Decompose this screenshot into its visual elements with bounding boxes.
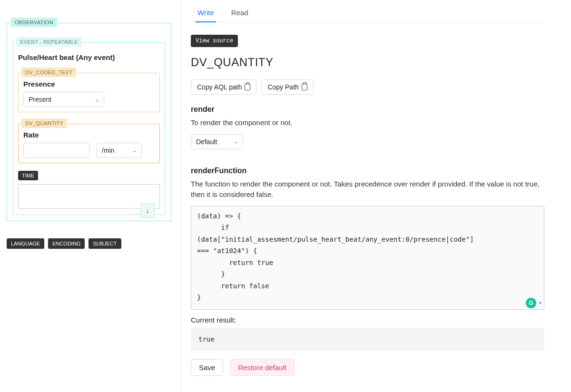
presence-select[interactable]: Present ⌄: [23, 92, 104, 107]
clipboard-icon: [245, 84, 250, 90]
tab-read[interactable]: Read: [229, 5, 250, 22]
rate-unit: /min: [102, 147, 114, 154]
rate-label: Rate: [23, 131, 155, 139]
observation-tag: OBSERVATION: [11, 18, 57, 27]
result-label: Current result:: [191, 316, 544, 324]
chevron-down-icon: ⌄: [234, 138, 238, 145]
rate-field: DV_QUANTITY Rate /min ⌄: [18, 124, 160, 163]
time-box: ↓: [18, 184, 160, 209]
event-tag: EVENT - REPEATABLE: [16, 37, 82, 47]
copy-aql-path-button[interactable]: Copy AQL path: [191, 79, 256, 95]
grammarly-icon[interactable]: G: [526, 298, 536, 308]
encoding-badge[interactable]: ENCODING: [48, 238, 85, 249]
chevron-down-icon: ⌄: [132, 147, 137, 154]
tabs: Write Read: [191, 0, 544, 22]
time-section: TIME ↓: [18, 171, 160, 209]
view-source-button[interactable]: View source: [191, 35, 238, 47]
copy-path-label: Copy Path: [267, 83, 298, 91]
add-event-button[interactable]: ↓: [140, 204, 155, 218]
form-preview-panel: OBSERVATION EVENT - REPEATABLE Pulse/Hea…: [0, 0, 181, 392]
rate-input[interactable]: [23, 143, 90, 158]
copy-aql-label: Copy AQL path: [197, 83, 242, 91]
presence-label: Presence: [23, 80, 155, 88]
presence-field: DV_CODED_TEXT Presence Present ⌄: [18, 73, 160, 112]
save-button[interactable]: Save: [191, 359, 223, 376]
chevron-down-icon[interactable]: ▾: [539, 300, 541, 305]
arrow-down-icon: ↓: [146, 206, 149, 215]
properties-panel: Write Read View source DV_QUANTITY Copy …: [181, 0, 571, 392]
renderfn-title: renderFunction: [191, 167, 544, 175]
result-box: true: [191, 328, 544, 351]
renderfn-desc: The function to render the component or …: [191, 179, 544, 200]
event-block: EVENT - REPEATABLE Pulse/Heart beat (Any…: [13, 42, 165, 215]
tab-write[interactable]: Write: [196, 5, 216, 22]
renderfn-editor[interactable]: [191, 206, 544, 310]
render-desc: To render the component or not.: [191, 118, 544, 128]
render-title: render: [191, 105, 544, 114]
type-heading: DV_QUANTITY: [191, 56, 544, 69]
footer-badges: LANGUAGE ENCODING SUBJECT: [7, 238, 171, 249]
clipboard-icon: [302, 84, 307, 90]
copy-path-button[interactable]: Copy Path: [261, 79, 313, 95]
event-title: Pulse/Heart beat (Any event): [18, 53, 160, 61]
subject-badge[interactable]: SUBJECT: [89, 238, 121, 249]
restore-default-button[interactable]: Restore default: [230, 359, 295, 376]
language-badge[interactable]: LANGUAGE: [7, 238, 44, 249]
render-select[interactable]: Default ⌄: [191, 134, 243, 149]
dv-quantity-tag: DV_QUANTITY: [21, 118, 67, 128]
observation-card: OBSERVATION EVENT - REPEATABLE Pulse/Hea…: [7, 23, 171, 221]
render-value: Default: [196, 138, 217, 146]
chevron-down-icon: ⌄: [95, 97, 99, 103]
presence-value: Present: [29, 96, 51, 103]
dv-coded-text-tag: DV_CODED_TEXT: [21, 68, 76, 77]
time-tag: TIME: [18, 171, 38, 180]
rate-unit-select[interactable]: /min ⌄: [97, 143, 142, 158]
